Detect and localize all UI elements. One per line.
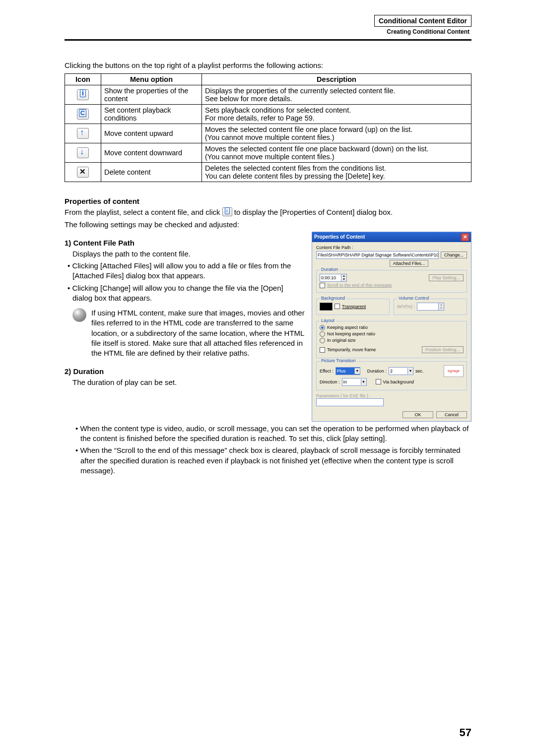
cfp-note: If using HTML content, make sure that im… [91, 308, 305, 358]
move-frame-label: Temporarily, move frame [327, 347, 376, 352]
dialog-title: Properties of Content [314, 234, 365, 240]
direction-select[interactable]: In▼ [342, 378, 367, 386]
cfp-b1: Clicking [Attached Files] will allow you… [72, 261, 305, 281]
radio-label: In original size [327, 338, 356, 343]
page-number: 57 [460, 726, 471, 739]
dur-b1: When the content type is video, audio, o… [80, 424, 471, 444]
volume-legend: Volume Control [397, 296, 431, 301]
radio-not-keep-aspect[interactable] [320, 331, 325, 337]
volume-spinner[interactable]: ▲▼ [417, 303, 444, 311]
background-swatch[interactable] [320, 303, 333, 311]
conditions-icon [77, 109, 89, 120]
effect-select[interactable]: Plus▼ [335, 367, 360, 375]
layout-legend: Layout [320, 318, 336, 323]
path-label: Content File Path : [316, 245, 467, 250]
properties-p2: The following settings may be checked an… [65, 220, 471, 230]
arrow-up-icon [77, 128, 89, 139]
via-background-checkbox[interactable] [376, 379, 381, 384]
note-icon [72, 308, 86, 322]
change-button[interactable]: Change... [441, 252, 467, 258]
cfp-b2: Clicking [Change] will allow you to chan… [72, 283, 305, 304]
cfp-p1: Displays the path to the content file. [72, 249, 305, 259]
th-icon: Icon [65, 74, 101, 85]
menu-option: Set content playback conditions [101, 105, 202, 124]
via-background-label: Via background [383, 379, 414, 384]
transparent-label: Transparent [342, 304, 366, 309]
volume-label: W/V(%) : [397, 304, 415, 309]
duration-value: 0:00:10 [320, 274, 341, 282]
menu-desc: Displays the properties of the currently… [202, 85, 471, 105]
arrow-down-icon [77, 147, 89, 158]
th-menu: Menu option [101, 74, 202, 85]
th-desc: Description [202, 74, 471, 85]
position-setting-button[interactable]: Position Setting... [422, 346, 464, 353]
close-icon[interactable]: ✕ [461, 233, 469, 241]
info-icon [77, 89, 89, 100]
effect-value: Plus [337, 368, 346, 375]
params-label: Parameters ( for EXE file ) : [316, 393, 467, 398]
radio-label: Not keeping aspect ratio [327, 331, 375, 336]
cancel-button[interactable]: Cancel [436, 411, 467, 418]
attached-files-button[interactable]: Attached Files... [390, 260, 429, 267]
radio-keep-aspect[interactable] [320, 325, 325, 330]
properties-p1: From the playlist, select a content file… [65, 207, 471, 217]
radio-label: Keeping aspect ratio [327, 325, 368, 330]
params-input[interactable] [316, 398, 384, 406]
trans-duration-select[interactable]: 2▼ [389, 367, 413, 375]
transition-legend: Picture Transition [320, 358, 357, 363]
dur-p1: The duration of play can be set. [72, 378, 305, 387]
menu-option: Delete content [101, 163, 202, 182]
direction-value: In [343, 378, 347, 385]
properties-p1b: to display the [Properties of Content] d… [234, 208, 393, 216]
intro-text: Clicking the buttons on the top right of… [65, 61, 471, 70]
signage-logo: signage [444, 365, 464, 377]
header-section-subtitle: Creating Conditional Content [65, 28, 471, 35]
menu-option: Move content downward [101, 143, 202, 163]
duration-spinner[interactable]: 0:00:10 ▲▼ [320, 274, 347, 282]
trans-duration-label: Duration : [367, 369, 387, 374]
move-frame-checkbox[interactable] [320, 347, 325, 353]
header-section-title: Conditional Content Editor [374, 15, 471, 27]
properties-p1a: From the playlist, select a content file… [65, 208, 222, 216]
properties-dialog: Properties of Content ✕ Content File Pat… [312, 232, 471, 422]
radio-original-size[interactable] [320, 338, 325, 343]
menu-option: Show the properties of the content [101, 85, 202, 105]
scroll-label: Scroll to the end of this message [327, 283, 392, 288]
menu-desc: Deletes the selected content files from … [202, 163, 471, 182]
actions-table: Icon Menu option Description Show the pr… [65, 73, 471, 182]
cfp-heading: 1) Content File Path [65, 239, 305, 247]
header-rule [65, 39, 471, 41]
effect-label: Effect : [320, 369, 334, 374]
menu-option: Move content upward [101, 124, 202, 143]
menu-desc: Sets playback conditions for selected co… [202, 105, 471, 124]
scroll-checkbox[interactable] [320, 283, 325, 288]
trans-duration-value: 2 [390, 368, 393, 375]
info-icon [222, 207, 232, 216]
delete-icon [77, 167, 89, 178]
transparent-checkbox[interactable] [335, 304, 340, 309]
duration-legend: Duration [320, 267, 339, 272]
background-legend: Background [320, 296, 346, 301]
direction-label: Direction : [320, 379, 340, 384]
menu-desc: Moves the selected content file one plac… [202, 143, 471, 163]
path-input[interactable]: Files\SHARP\SHARP Digital Signage Softwa… [316, 251, 439, 259]
properties-heading: Properties of content [65, 197, 471, 205]
play-setting-button[interactable]: Play Setting... [429, 274, 464, 281]
sec-label: sec. [415, 369, 424, 374]
dur-b2: When the “Scroll to the end of this mess… [80, 445, 471, 476]
dur-heading: 2) Duration [65, 367, 305, 376]
ok-button[interactable]: OK [402, 411, 433, 418]
menu-desc: Moves the selected content file one plac… [202, 124, 471, 143]
